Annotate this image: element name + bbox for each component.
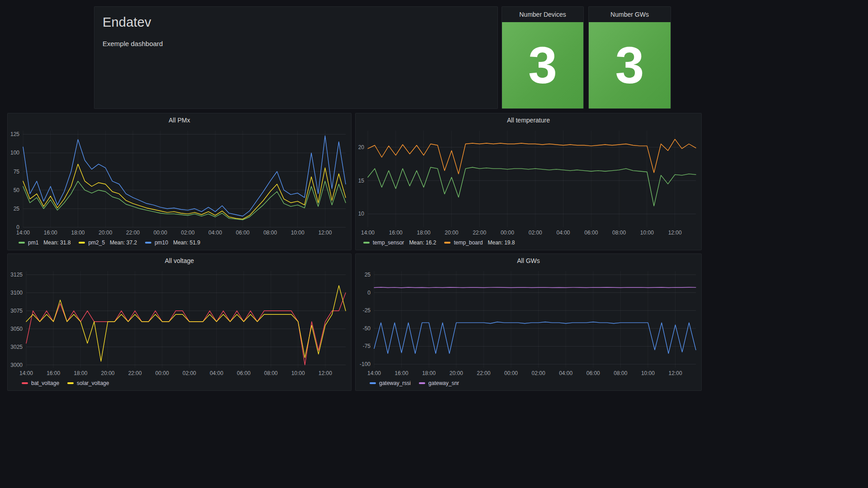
- svg-text:10:00: 10:00: [291, 370, 305, 376]
- svg-text:02:00: 02:00: [529, 230, 542, 236]
- svg-text:04:00: 04:00: [559, 370, 572, 376]
- chart-svg[interactable]: 14:0016:0018:0020:0022:0000:0002:0004:00…: [8, 127, 351, 237]
- svg-text:25: 25: [365, 272, 371, 278]
- svg-text:10:00: 10:00: [640, 230, 654, 236]
- stat-panel-title[interactable]: Number GWs: [589, 7, 671, 22]
- chart-legend: pm1Mean: 31.8pm2_5Mean: 37.2pm10Mean: 51…: [8, 237, 351, 250]
- stat-value: 3: [528, 39, 557, 91]
- series-mean: Mean: 31.8: [43, 239, 70, 246]
- svg-text:100: 100: [10, 150, 19, 156]
- svg-text:12:00: 12:00: [668, 230, 682, 236]
- svg-text:3025: 3025: [10, 344, 23, 350]
- svg-text:08:00: 08:00: [612, 230, 626, 236]
- legend-item-pm2_5[interactable]: pm2_5Mean: 37.2: [79, 239, 137, 246]
- chart-plot-voltage[interactable]: 14:0016:0018:0020:0022:0000:0002:0004:00…: [8, 267, 351, 378]
- svg-text:18:00: 18:00: [417, 230, 431, 236]
- chart-legend: gateway_rssigateway_snr: [356, 378, 701, 390]
- chart-svg[interactable]: 14:0016:0018:0020:0022:0000:0002:0004:00…: [356, 267, 701, 378]
- svg-text:00:00: 00:00: [155, 370, 169, 376]
- svg-text:16:00: 16:00: [395, 370, 408, 376]
- svg-text:08:00: 08:00: [263, 230, 277, 236]
- chart-plot-gws[interactable]: 14:0016:0018:0020:0022:0000:0002:0004:00…: [356, 267, 701, 378]
- series-name: pm2_5: [88, 239, 105, 246]
- series-color-swatch: [370, 382, 376, 384]
- series-name: solar_voltage: [77, 380, 109, 386]
- svg-text:00:00: 00:00: [154, 230, 167, 236]
- svg-text:10: 10: [358, 211, 365, 217]
- svg-text:20:00: 20:00: [450, 370, 463, 376]
- svg-text:22:00: 22:00: [126, 230, 140, 236]
- svg-text:25: 25: [14, 206, 20, 212]
- svg-text:16:00: 16:00: [389, 230, 403, 236]
- chart-legend: bat_voltagesolar_voltage: [8, 378, 351, 390]
- legend-item-temp_board[interactable]: temp_boardMean: 19.8: [444, 239, 515, 246]
- svg-text:0: 0: [16, 224, 19, 230]
- svg-text:-100: -100: [360, 361, 371, 367]
- series-mean: Mean: 19.8: [488, 239, 515, 246]
- svg-text:3125: 3125: [10, 272, 23, 278]
- legend-item-temp_sensor[interactable]: temp_sensorMean: 16.2: [363, 239, 436, 246]
- svg-text:02:00: 02:00: [183, 370, 196, 376]
- series-mean: Mean: 37.2: [110, 239, 137, 246]
- legend-item-gateway_rssi[interactable]: gateway_rssi: [370, 380, 411, 386]
- series-color-swatch: [145, 242, 151, 244]
- svg-text:20: 20: [358, 144, 365, 150]
- series-color-swatch: [363, 242, 370, 244]
- svg-text:16:00: 16:00: [44, 230, 57, 236]
- series-color-swatch: [419, 382, 425, 384]
- svg-text:18:00: 18:00: [71, 230, 85, 236]
- svg-text:14:00: 14:00: [361, 230, 375, 236]
- series-mean: Mean: 51.9: [173, 239, 200, 246]
- panel-all-gws: All GWs 14:0016:0018:0020:0022:0000:0002…: [355, 253, 702, 391]
- svg-text:10:00: 10:00: [291, 230, 305, 236]
- svg-text:06:00: 06:00: [237, 370, 250, 376]
- svg-text:14:00: 14:00: [19, 370, 33, 376]
- series-name: temp_board: [454, 239, 483, 246]
- svg-text:50: 50: [14, 187, 20, 193]
- chart-svg[interactable]: 14:0016:0018:0020:0022:0000:0002:0004:00…: [356, 127, 701, 237]
- panel-all-temperature: All temperature 14:0016:0018:0020:0022:0…: [355, 113, 702, 250]
- series-color-swatch: [79, 242, 85, 244]
- legend-item-gateway_snr[interactable]: gateway_snr: [419, 380, 459, 386]
- series-name: bat_voltage: [31, 380, 59, 386]
- svg-text:00:00: 00:00: [501, 230, 514, 236]
- series-name: temp_sensor: [373, 239, 404, 246]
- svg-text:04:00: 04:00: [208, 230, 222, 236]
- stat-panel-title[interactable]: Number Devices: [502, 7, 583, 22]
- series-name: pm10: [155, 239, 168, 246]
- legend-item-pm10[interactable]: pm10Mean: 51.9: [145, 239, 200, 246]
- legend-item-pm1[interactable]: pm1Mean: 31.8: [19, 239, 70, 246]
- svg-text:3050: 3050: [10, 326, 23, 332]
- stat-value-background: 3: [589, 22, 671, 108]
- panel-title[interactable]: All voltage: [8, 254, 351, 267]
- svg-text:06:00: 06:00: [586, 370, 600, 376]
- legend-item-solar_voltage[interactable]: solar_voltage: [67, 380, 109, 386]
- panel-stat-number-gws: Number GWs 3: [588, 6, 671, 109]
- svg-text:20:00: 20:00: [99, 230, 112, 236]
- svg-text:18:00: 18:00: [74, 370, 87, 376]
- chart-plot-pmx[interactable]: 14:0016:0018:0020:0022:0000:0002:0004:00…: [8, 127, 351, 237]
- series-color-swatch: [67, 382, 74, 384]
- chart-plot-temperature[interactable]: 14:0016:0018:0020:0022:0000:0002:0004:00…: [356, 127, 701, 237]
- panel-title[interactable]: All temperature: [356, 113, 701, 127]
- panel-title[interactable]: All PMx: [8, 113, 351, 127]
- svg-text:08:00: 08:00: [264, 370, 278, 376]
- legend-item-bat_voltage[interactable]: bat_voltage: [22, 380, 59, 386]
- svg-text:02:00: 02:00: [532, 370, 545, 376]
- panel-title[interactable]: All GWs: [356, 254, 701, 267]
- svg-text:3000: 3000: [10, 362, 23, 368]
- svg-text:12:00: 12:00: [319, 370, 332, 376]
- svg-text:-50: -50: [363, 325, 371, 332]
- svg-text:06:00: 06:00: [584, 230, 598, 236]
- panel-all-pmx: All PMx 14:0016:0018:0020:0022:0000:0002…: [7, 113, 352, 250]
- svg-text:22:00: 22:00: [128, 370, 142, 376]
- svg-text:22:00: 22:00: [473, 230, 486, 236]
- svg-text:22:00: 22:00: [477, 370, 490, 376]
- svg-text:75: 75: [14, 169, 20, 175]
- chart-legend: temp_sensorMean: 16.2temp_boardMean: 19.…: [356, 237, 701, 250]
- chart-svg[interactable]: 14:0016:0018:0020:0022:0000:0002:0004:00…: [8, 267, 351, 378]
- svg-text:08:00: 08:00: [614, 370, 627, 376]
- svg-text:3075: 3075: [10, 308, 23, 314]
- svg-text:20:00: 20:00: [101, 370, 114, 376]
- series-name: pm1: [28, 239, 38, 246]
